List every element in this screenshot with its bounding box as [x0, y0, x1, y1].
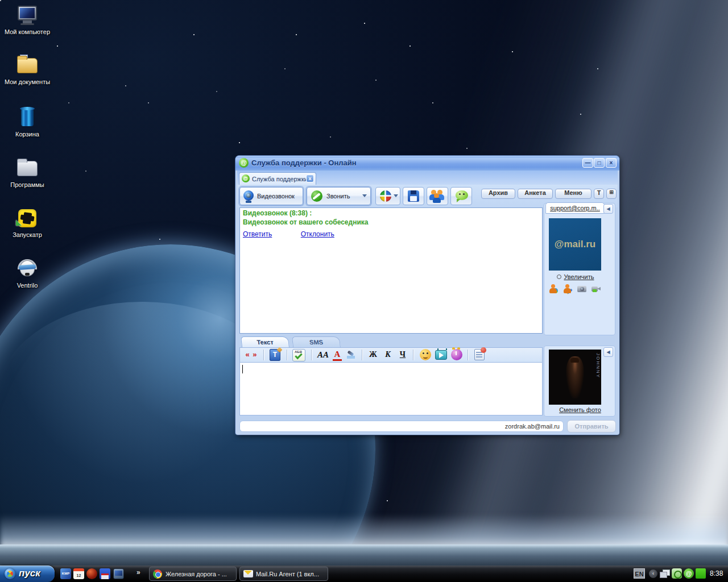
recycle-bin-icon [16, 107, 39, 128]
alarm-clock-icon[interactable] [451, 349, 462, 360]
horizon-surface [0, 544, 728, 566]
quicklaunch-show-desktop-icon[interactable] [113, 568, 124, 579]
desktop-icon-programs[interactable]: Программы [0, 157, 55, 188]
contact-info-icon[interactable] [549, 284, 558, 293]
tab-compose-sms[interactable]: SMS [292, 336, 341, 347]
send-button[interactable]: Отправить [567, 420, 616, 433]
desktop-icon-ventrilo[interactable]: Ventrilo [0, 258, 55, 289]
call-dropdown-arrow-icon[interactable] [362, 194, 367, 197]
tab-label: Служба поддержки [252, 176, 308, 182]
bold-icon[interactable]: Ж [369, 349, 378, 361]
menu-button[interactable]: Меню [555, 189, 592, 199]
tab-close-icon[interactable]: x [306, 174, 314, 182]
window-titlebar[interactable]: @ Служба поддержки - Онлайн — □ × [235, 156, 619, 171]
webcam-icon [243, 190, 254, 201]
call-button[interactable]: Звонить [307, 187, 371, 205]
account-email: zordrak.ab@mail.ru [505, 423, 560, 430]
quicklaunch-app-icon[interactable] [86, 568, 97, 579]
layout-grid-button[interactable]: ⊞ [606, 189, 617, 199]
video-clip-icon[interactable] [435, 350, 447, 360]
contact-email-tab[interactable]: support@corp.m.. [545, 202, 605, 214]
quicklaunch-more-icon[interactable]: » [136, 568, 140, 576]
conference-button[interactable] [427, 187, 448, 205]
icon-label: Запускатр [0, 231, 55, 238]
underline-icon[interactable]: Ч [398, 349, 407, 361]
start-button[interactable]: пуск [0, 566, 55, 582]
quicklaunch-save-icon[interactable] [100, 568, 110, 579]
collapse-panel-button[interactable]: ◀ [603, 204, 613, 214]
edit-contact-icon[interactable] [563, 284, 572, 293]
answer-link[interactable]: Ответить [243, 230, 272, 238]
tray-collapse-icon[interactable]: ‹ [649, 569, 657, 578]
save-history-button[interactable] [403, 187, 424, 205]
chat-history-area[interactable]: Видеозвонок (8:38) : Видеозвонок от ваше… [239, 207, 543, 334]
icon-label: Корзина [0, 131, 55, 138]
tray-at-status-icon[interactable]: @ [684, 568, 694, 579]
quicklaunch-calendar-icon[interactable]: 12 [73, 568, 84, 579]
collapse-photo-button[interactable]: ◀ [603, 347, 613, 357]
archive-button[interactable]: Архив [481, 189, 515, 199]
icon-label: Мои документы [0, 78, 55, 85]
video-call-button[interactable]: Видеозвонок [239, 187, 303, 205]
app-at-icon: @ [239, 158, 249, 168]
video-camera-icon[interactable] [592, 284, 601, 293]
contact-at-icon: @ [242, 174, 250, 182]
contact-panel: support@corp.m.. ◀ @mail.ru Увеличить [544, 203, 615, 335]
language-indicator[interactable]: EN [634, 568, 645, 579]
contact-avatar: @mail.ru [549, 218, 601, 271]
font-color-icon[interactable]: A [333, 349, 342, 361]
launcher-icon [16, 207, 39, 229]
desktop-icon-launcher[interactable]: Запускатр [0, 207, 55, 238]
icon-label: Программы [0, 181, 55, 188]
message-input[interactable] [239, 362, 543, 415]
desktop-icon-my-computer[interactable]: Мой компьютер [0, 5, 55, 35]
smiley-icon[interactable] [420, 349, 431, 360]
format-toolbar: « » T АБВ AA A Ж К Ч [239, 347, 543, 362]
quicklaunch-kmplayer-icon[interactable]: KMP [60, 568, 71, 579]
globe-icon [380, 190, 391, 202]
conversation-tabstrip: @ Служба поддержки x [237, 171, 618, 185]
floppy-icon [408, 190, 419, 202]
taskbar-item-mailru-agent[interactable]: Mail.Ru Агент (1 вкл... [239, 567, 328, 581]
desktop-icon-recycle-bin[interactable]: Корзина [0, 107, 55, 138]
tray-mailru-agent-icon[interactable] [672, 568, 682, 579]
desktop-icon-my-documents[interactable]: Мои документы [0, 55, 55, 85]
icon-label: Ventrilo [0, 282, 55, 289]
folder-icon [16, 157, 39, 179]
minimize-button[interactable]: — [582, 158, 593, 168]
enlarge-avatar-link[interactable]: Увеличить [544, 273, 607, 280]
taskbar-item-browser[interactable]: Железная дорога - ... [149, 567, 237, 581]
quote-icon[interactable]: « » [244, 349, 259, 361]
photo-camera-icon[interactable] [577, 284, 586, 293]
photo-caption: JOHNNY [595, 353, 601, 379]
italic-icon[interactable]: К [383, 349, 392, 361]
close-button[interactable]: × [606, 158, 617, 168]
maximize-button[interactable]: □ [594, 158, 605, 168]
spellcheck-icon[interactable]: АБВ [292, 349, 305, 361]
my-photo-panel: ◀ JOHNNY Сменить фото [544, 346, 615, 417]
ventrilo-icon [16, 258, 39, 280]
tray-network-icon[interactable] [660, 569, 669, 577]
chrome-icon [153, 569, 162, 579]
call-icon [311, 190, 322, 202]
emotions-button[interactable] [450, 187, 472, 205]
font-icon[interactable]: AA [316, 349, 330, 361]
tab-support-conversation[interactable]: @ Служба поддержки x [239, 172, 316, 185]
profile-button[interactable]: Анкета [518, 189, 553, 199]
start-label: пуск [19, 568, 40, 579]
tab-compose-text[interactable]: Текст [241, 336, 289, 347]
translit-button[interactable]: T [594, 189, 604, 199]
highlighter-icon[interactable] [346, 349, 357, 361]
tray-clock: 8:38 [710, 569, 723, 577]
offline-message-icon[interactable] [474, 349, 485, 360]
status-field[interactable]: zordrak.ab@mail.ru [239, 421, 564, 432]
messenger-window: @ Служба поддержки - Онлайн — □ × @ Служ… [235, 156, 619, 435]
my-documents-icon [16, 55, 39, 76]
decline-link[interactable]: Отклонить [301, 230, 334, 238]
template-icon[interactable]: T [270, 349, 280, 361]
change-photo-link[interactable]: Сменить фото [544, 406, 616, 413]
tray-green-status-icon[interactable] [696, 568, 706, 579]
web-services-button[interactable] [375, 187, 400, 205]
user-photo: JOHNNY [549, 350, 601, 405]
globe-dropdown-arrow-icon[interactable] [394, 194, 398, 197]
